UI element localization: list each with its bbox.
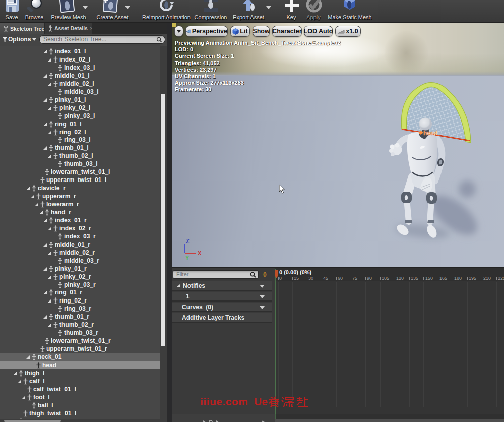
svg-text:Z: Z: [186, 238, 190, 244]
svg-text:X: X: [198, 250, 202, 256]
svg-text:head: head: [423, 130, 437, 137]
svg-text:Y: Y: [185, 255, 190, 261]
